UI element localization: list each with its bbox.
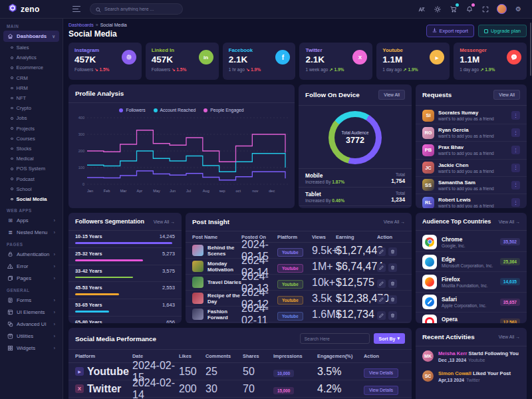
- post-insight-title: Post Insight: [192, 218, 229, 225]
- sidebar-item-courses[interactable]: Courses: [0, 134, 63, 144]
- light-mode-icon[interactable]: [433, 5, 442, 13]
- breadcrumb-dashboards[interactable]: Dashboards: [68, 23, 94, 27]
- fullscreen-icon[interactable]: [481, 5, 489, 13]
- profile-analysis-panel: Profile Analysis FollowersAccount Reache…: [68, 84, 295, 208]
- countries-view-all-link[interactable]: View All →: [499, 219, 520, 224]
- performance-search-input[interactable]: [300, 333, 370, 344]
- profile-avatar[interactable]: [497, 4, 507, 14]
- export-report-button[interactable]: Export report: [426, 25, 474, 37]
- edit-button[interactable]: [377, 295, 386, 304]
- sidebar-item-school[interactable]: School: [0, 184, 63, 194]
- search-input[interactable]: [104, 7, 177, 11]
- sidebar-item-nft[interactable]: NFT: [0, 93, 63, 103]
- more-options-button[interactable]: ⋮: [511, 181, 520, 190]
- global-search[interactable]: [90, 3, 183, 15]
- more-options-button[interactable]: ⋮: [511, 198, 520, 207]
- sidebar-item-nested-menu[interactable]: ≣ Nested Menu ›: [3, 227, 59, 238]
- post-insight-panel: Post Insight View All → Post NamePosted …: [186, 213, 412, 323]
- svg-text:300: 300: [78, 132, 84, 136]
- sidebar-item-dashboards[interactable]: Dashboards ∨: [3, 31, 59, 42]
- view-details-button[interactable]: View Details: [364, 368, 398, 378]
- upgrade-icon: [484, 29, 488, 33]
- bullet-icon: [11, 66, 13, 69]
- stat-card-messenger[interactable]: Messenger 1.1M 1 day ago ↗ 1.9%: [454, 43, 527, 80]
- stat-card-instagram[interactable]: Instagram 457K Followers ↘ 1.5%: [68, 43, 142, 80]
- stat-card-linked-in[interactable]: Linked In 457K Followers ↘ 1.5% in: [146, 43, 219, 80]
- sidebar-item-apps[interactable]: ⊞ Apps ›: [3, 215, 59, 226]
- more-options-button[interactable]: ⋮: [511, 128, 520, 137]
- upgrade-plan-button[interactable]: Upgrade plan: [478, 25, 527, 37]
- request-subtitle: want's to add you as a friend: [438, 169, 494, 174]
- view-details-button[interactable]: View Details: [364, 386, 398, 395]
- sidebar-item-analytics[interactable]: Analytics: [0, 53, 63, 63]
- more-options-button[interactable]: ⋮: [511, 111, 520, 120]
- activities-view-all-link[interactable]: View All →: [499, 334, 520, 339]
- sidebar-item-ecommerce[interactable]: Ecommerce: [0, 63, 63, 72]
- delete-button[interactable]: [388, 247, 397, 256]
- apps-icon: ⊞: [7, 217, 13, 223]
- sidebar-item-utilities[interactable]: Utilities ›: [3, 331, 59, 342]
- sidebar-item-widgets[interactable]: Widgets ›: [3, 342, 59, 354]
- segment-label: 33-42 Years: [75, 268, 102, 274]
- edit-button[interactable]: [377, 279, 386, 288]
- logo[interactable]: zeno: [0, 3, 63, 15]
- more-options-button[interactable]: ⋮: [511, 146, 520, 154]
- sort-by-button[interactable]: Sort By▾: [374, 333, 405, 344]
- sidebar-item-advanced-ui[interactable]: Advanced UI ›: [3, 319, 59, 330]
- cart-icon[interactable]: [449, 5, 458, 13]
- sidebar-item-social-media[interactable]: Social Media: [0, 194, 63, 204]
- sidebar-item-error[interactable]: Error ›: [3, 261, 59, 272]
- sidebar-item-jobs[interactable]: Jobs: [0, 113, 63, 123]
- avatar: MK: [422, 350, 434, 362]
- sidebar-item-crm[interactable]: CRM: [0, 73, 63, 83]
- requests-list: SI Socrates Itumay want's to add you as …: [416, 106, 527, 208]
- edit-button[interactable]: [377, 263, 386, 272]
- sidebar-item-stocks[interactable]: Stocks: [0, 144, 63, 154]
- column-header: Action: [377, 234, 405, 240]
- device-donut-chart: Total Audience 3772: [329, 111, 382, 164]
- sidebar-item-forms[interactable]: Forms ›: [3, 295, 59, 306]
- sidebar-item-pages[interactable]: Pages ›: [3, 273, 59, 284]
- sidebar-item-hrm[interactable]: HRM: [0, 83, 63, 93]
- delete-button[interactable]: [388, 311, 397, 320]
- stat-card-twitter[interactable]: Twitter 2.1K 1 week ago ↗ 1.9% X: [299, 43, 372, 80]
- translate-icon[interactable]: [417, 5, 426, 13]
- sidebar-item-medical[interactable]: Medical: [0, 154, 63, 164]
- sidebar-item-pos-system[interactable]: POS System: [0, 164, 63, 174]
- stat-card-youtube[interactable]: Youtube 1.1M 1 day ago ↗ 1.9% ▶: [376, 43, 450, 80]
- social-media-performance-panel: Social Media Performance Sort By▾ Platfo…: [68, 328, 412, 399]
- stat-cards-row: Instagram 457K Followers ↘ 1.5% Linked I…: [68, 43, 527, 80]
- requests-panel: Requests View All SI Socrates Itumay wan…: [416, 84, 527, 208]
- sidebar-item-projects[interactable]: Projects: [0, 124, 63, 134]
- stat-card-facebook[interactable]: Facebook 2.1K 1 hr ago ↘ 1.9% f: [223, 43, 296, 80]
- donut-center-label: Total Audience: [342, 130, 369, 135]
- requests-view-all-button[interactable]: View All: [493, 90, 520, 100]
- sidebar: MAIN Dashboards ∨ Sales Analytics Ecomme…: [0, 19, 63, 399]
- menu-toggle-icon[interactable]: [72, 6, 80, 13]
- column-header: Views: [312, 234, 336, 240]
- edit-button[interactable]: [377, 247, 386, 256]
- column-header: Earning: [336, 234, 377, 240]
- sidebar-item-sales[interactable]: Sales: [0, 43, 63, 53]
- avatar: SS: [422, 179, 434, 191]
- delete-button[interactable]: [388, 279, 397, 288]
- sidebar-item-podcast[interactable]: Podcast: [0, 174, 63, 184]
- post-views: 9.5k+: [312, 245, 336, 257]
- notifications-icon[interactable]: [465, 5, 473, 13]
- instagram-icon: [122, 50, 136, 65]
- bullet-icon: [11, 117, 13, 120]
- sidebar-item-crypto[interactable]: Crypto: [0, 103, 63, 113]
- post-insight-view-all-link[interactable]: View All →: [384, 219, 405, 224]
- count-badge: 12,563: [500, 319, 520, 323]
- delete-button[interactable]: [388, 263, 397, 272]
- settings-icon[interactable]: ⚙: [514, 5, 523, 13]
- segment-value: 1,643: [162, 302, 175, 308]
- sidebar-item-ui-elements[interactable]: UI Elements ›: [3, 307, 59, 318]
- device-view-all-button[interactable]: View All: [378, 90, 405, 100]
- more-options-button[interactable]: ⋮: [511, 164, 520, 172]
- delete-button[interactable]: [388, 295, 397, 304]
- sidebar-item-authentication[interactable]: Authentication ›: [3, 249, 59, 260]
- zeno-logo-icon: [8, 3, 17, 15]
- edit-button[interactable]: [377, 311, 386, 320]
- segmentation-view-all-link[interactable]: View All →: [154, 219, 175, 224]
